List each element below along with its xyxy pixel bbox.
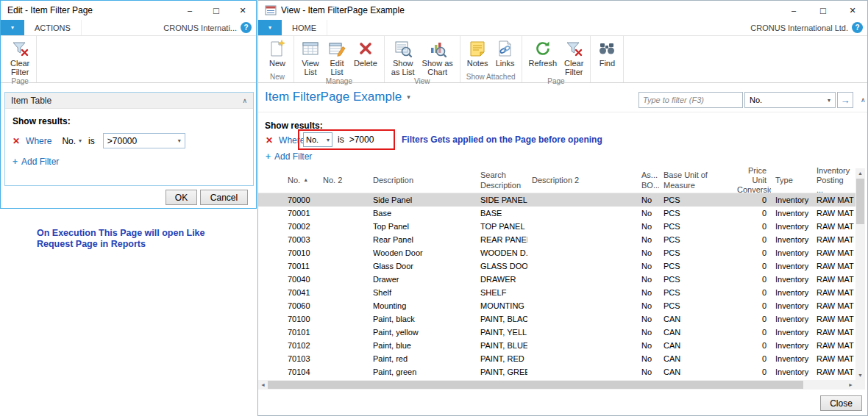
filter-field-selector[interactable]: No. ▾ — [62, 136, 82, 146]
cell-search-description[interactable]: PAINT, YELL... — [476, 328, 527, 337]
cell-inventory-posting[interactable]: RAW MAT — [812, 354, 855, 363]
find-button[interactable]: Find — [594, 37, 619, 68]
cell-description[interactable]: Paint, black — [369, 315, 476, 323]
horizontal-scroll-thumb[interactable] — [268, 381, 803, 389]
cell-type[interactable]: Inventory — [771, 315, 812, 323]
cell-search-description[interactable]: BASE — [476, 209, 527, 218]
cell-assembly-bom[interactable]: No — [637, 328, 659, 337]
cell-type[interactable]: Inventory — [771, 196, 812, 204]
delete-button[interactable]: Delete — [351, 37, 380, 68]
filter-value-input[interactable]: >70000 ▾ — [103, 133, 185, 148]
cell-base-unit[interactable]: PCS — [659, 209, 733, 218]
cell-assembly-bom[interactable]: No — [637, 288, 659, 297]
item-table-panel-header[interactable]: Item Table ∧ — [5, 93, 253, 109]
cell-description[interactable]: Rear Panel — [369, 235, 476, 244]
cell-price-unit-conversion[interactable]: 0 — [733, 209, 771, 218]
cell-assembly-bom[interactable]: No — [637, 315, 659, 323]
cell-description[interactable]: Mounting — [369, 301, 476, 310]
show-as-list-button[interactable]: Show as List — [388, 37, 418, 77]
cell-inventory-posting[interactable]: RAW MAT — [812, 288, 855, 297]
app-menu-button[interactable]: ▾ — [258, 20, 282, 35]
cell-search-description[interactable]: PAINT, BLUE — [476, 341, 527, 350]
type-to-filter-input[interactable] — [638, 92, 743, 108]
cell-assembly-bom[interactable]: No — [637, 196, 659, 204]
column-header-no2[interactable]: No. 2 — [319, 176, 369, 185]
cell-assembly-bom[interactable]: No — [637, 235, 659, 244]
table-row[interactable]: 70000 Side Panel SIDE PANEL No PCS 0 Inv… — [258, 193, 855, 207]
cell-inventory-posting[interactable]: RAW MAT — [812, 367, 855, 376]
cell-no[interactable]: 70000 — [283, 196, 319, 204]
cell-no[interactable]: 70041 — [283, 288, 319, 297]
horizontal-scrollbar[interactable]: ◄ ► — [258, 380, 855, 390]
cell-price-unit-conversion[interactable]: 0 — [733, 262, 771, 270]
links-button[interactable]: Links — [493, 37, 518, 68]
show-as-chart-button[interactable]: Show as Chart — [419, 37, 456, 77]
cell-search-description[interactable]: MOUNTING — [476, 301, 527, 310]
cell-search-description[interactable]: REAR PANEL — [476, 235, 527, 244]
cell-description[interactable]: Shelf — [369, 288, 476, 297]
cell-inventory-posting[interactable]: RAW MAT — [812, 209, 855, 218]
table-row[interactable]: 70101 Paint, yellow PAINT, YELL... No CA… — [258, 326, 855, 339]
cell-type[interactable]: Inventory — [771, 248, 812, 257]
cell-price-unit-conversion[interactable]: 0 — [733, 301, 771, 310]
cell-base-unit[interactable]: PCS — [659, 196, 733, 204]
table-row[interactable]: 70103 Paint, red PAINT, RED No CAN 0 Inv… — [258, 352, 855, 365]
help-icon[interactable]: ? — [241, 22, 252, 33]
vertical-scrollbar[interactable]: ▲ ▼ — [855, 168, 865, 380]
cell-type[interactable]: Inventory — [771, 301, 812, 310]
cell-price-unit-conversion[interactable]: 0 — [733, 222, 771, 231]
cell-description[interactable]: Wooden Door — [369, 248, 476, 257]
cell-search-description[interactable]: SHELF — [476, 288, 527, 297]
column-header-base-unit[interactable]: Base Unit of Measure — [659, 171, 733, 190]
filter-column-selector[interactable]: No. ▾ — [744, 92, 836, 108]
cell-type[interactable]: Inventory — [771, 209, 812, 218]
cell-inventory-posting[interactable]: RAW MAT — [812, 222, 855, 231]
cell-inventory-posting[interactable]: RAW MAT — [812, 235, 855, 244]
cell-assembly-bom[interactable]: No — [637, 262, 659, 270]
cell-inventory-posting[interactable]: RAW MAT — [812, 262, 855, 270]
table-row[interactable]: 70010 Wooden Door WOODEN D... No PCS 0 I… — [258, 246, 855, 259]
cell-base-unit[interactable]: PCS — [659, 235, 733, 244]
cell-no[interactable]: 70010 — [283, 248, 319, 257]
new-button[interactable]: New — [265, 37, 290, 68]
cell-assembly-bom[interactable]: No — [637, 301, 659, 310]
cell-type[interactable]: Inventory — [771, 367, 812, 376]
cell-base-unit[interactable]: CAN — [659, 367, 733, 376]
cell-assembly-bom[interactable]: No — [637, 367, 659, 376]
column-header-type[interactable]: Type — [771, 176, 812, 185]
cell-description[interactable]: Glass Door — [369, 262, 476, 270]
cancel-button[interactable]: Cancel — [200, 190, 248, 205]
cell-type[interactable]: Inventory — [771, 275, 812, 284]
remove-filter-icon[interactable]: ✕ — [13, 136, 20, 146]
cell-description[interactable]: Side Panel — [369, 196, 476, 204]
collapse-filter-pane-icon[interactable]: ∧ — [861, 96, 866, 104]
close-button[interactable]: Close — [820, 395, 862, 411]
cell-search-description[interactable]: WOODEN D... — [476, 248, 527, 257]
cell-assembly-bom[interactable]: No — [637, 209, 659, 218]
cell-base-unit[interactable]: CAN — [659, 328, 733, 337]
cell-search-description[interactable]: GLASS DOOR — [476, 262, 527, 270]
add-filter-control[interactable]: + Add Filter — [266, 151, 312, 162]
table-row[interactable]: 70060 Mounting MOUNTING No PCS 0 Invento… — [258, 299, 855, 312]
column-header-description[interactable]: Description — [369, 176, 476, 185]
column-header-price-unit-conversion[interactable]: Price Unit Conversion — [733, 166, 771, 196]
cell-search-description[interactable]: SIDE PANEL — [476, 196, 527, 204]
table-row[interactable]: 70102 Paint, blue PAINT, BLUE No CAN 0 I… — [258, 339, 855, 352]
cell-no[interactable]: 70040 — [283, 275, 319, 284]
table-row[interactable]: 70104 Paint, green PAINT, GREEN No CAN 0… — [258, 365, 855, 379]
table-row[interactable]: 70001 Base BASE No PCS 0 Inventory RAW M… — [258, 207, 855, 220]
cell-base-unit[interactable]: PCS — [659, 262, 733, 270]
cell-price-unit-conversion[interactable]: 0 — [733, 288, 771, 297]
table-row[interactable]: 70003 Rear Panel REAR PANEL No PCS 0 Inv… — [258, 233, 855, 246]
scroll-right-icon[interactable]: ► — [846, 380, 855, 390]
cell-no[interactable]: 70002 — [283, 222, 319, 231]
cell-price-unit-conversion[interactable]: 0 — [733, 235, 771, 244]
help-icon[interactable]: ? — [852, 22, 863, 33]
table-row[interactable]: 70011 Glass Door GLASS DOOR No PCS 0 Inv… — [258, 259, 855, 273]
cell-base-unit[interactable]: PCS — [659, 288, 733, 297]
chevron-down-icon[interactable]: ▾ — [407, 93, 410, 101]
cell-base-unit[interactable]: PCS — [659, 301, 733, 310]
cell-inventory-posting[interactable]: RAW MAT — [812, 328, 855, 337]
cell-inventory-posting[interactable]: RAW MAT — [812, 196, 855, 204]
table-row[interactable]: 70041 Shelf SHELF No PCS 0 Inventory RAW… — [258, 286, 855, 299]
